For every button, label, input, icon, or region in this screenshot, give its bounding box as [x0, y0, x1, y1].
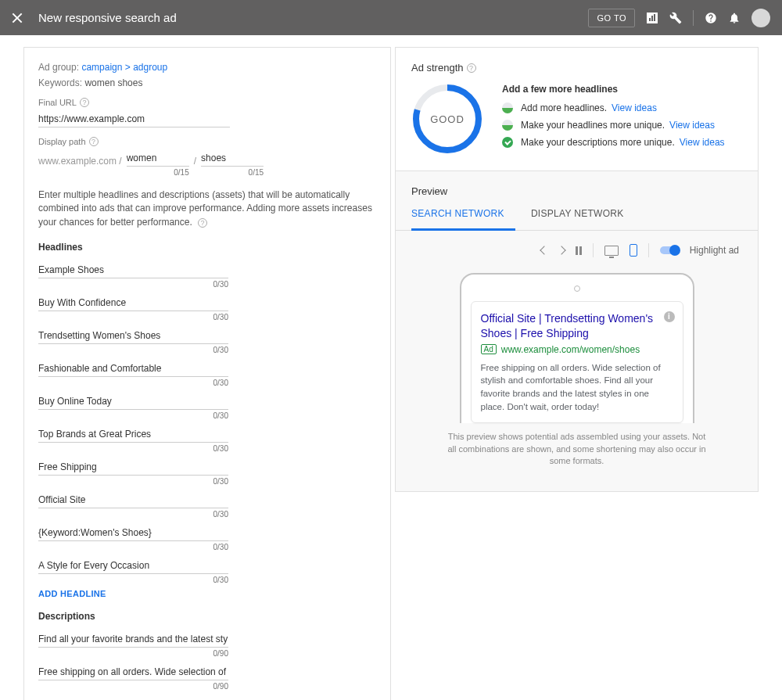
tip-text: Make your headlines more unique.	[521, 120, 665, 131]
view-ideas-link[interactable]: View ideas	[612, 102, 657, 113]
add-headline-button[interactable]: ADD HEADLINE	[38, 589, 376, 598]
phone-speaker-icon	[574, 285, 580, 292]
ad-form-card: Ad group: campaign > adgroup Keywords: w…	[23, 47, 391, 700]
description-count: 0/90	[38, 648, 228, 658]
check-circle-icon	[502, 137, 513, 148]
headline-count: 0/30	[38, 541, 228, 551]
campaign-link[interactable]: campaign	[81, 62, 122, 73]
descriptions-heading: Descriptions	[38, 611, 376, 622]
info-icon[interactable]: i	[664, 311, 675, 322]
adgroup-link[interactable]: adgroup	[133, 62, 167, 73]
topbar-separator	[693, 10, 694, 26]
preview-card: Preview SEARCH NETWORK DISPLAY NETWORK H…	[395, 171, 759, 492]
displaypath-label: Display path	[38, 137, 86, 146]
separator	[593, 243, 594, 257]
keywords-label: Keywords:	[38, 77, 82, 88]
avatar[interactable]	[752, 9, 770, 27]
view-ideas-link[interactable]: View ideas	[669, 120, 715, 131]
path2-input[interactable]	[201, 149, 264, 167]
headline-count: 0/30	[38, 344, 228, 354]
reports-icon[interactable]	[646, 12, 658, 24]
preview-title: Preview	[411, 185, 742, 197]
ad-url: www.example.com/women/shoes	[501, 344, 640, 355]
description-input[interactable]	[38, 630, 228, 648]
phone-frame: i Official Site | Trendsetting Women's S…	[460, 273, 694, 423]
tip-text: Make your descriptions more unique.	[521, 137, 675, 148]
headlines-heading: Headlines	[38, 242, 376, 253]
ad-strength-card: Ad strength ? GOOD Add a few more headli…	[395, 47, 759, 171]
path1-count: 0/15	[127, 167, 189, 178]
help-icon[interactable]: ?	[80, 98, 89, 107]
highlight-label: Highlight ad	[690, 245, 739, 256]
half-circle-icon	[502, 102, 513, 113]
svg-rect-3	[654, 14, 655, 21]
finalurl-input[interactable]	[38, 110, 230, 127]
view-ideas-link[interactable]: View ideas	[680, 137, 725, 148]
strength-gauge: GOOD	[411, 83, 483, 155]
adgroup-label: Ad group:	[38, 62, 79, 73]
headline-count: 0/30	[38, 377, 228, 387]
headline-input[interactable]	[38, 523, 228, 541]
headline-count: 0/30	[38, 574, 228, 584]
ad-strength-title: Ad strength	[411, 62, 464, 74]
ad-title: Official Site | Trendsetting Women's Sho…	[481, 311, 673, 341]
prev-icon[interactable]	[540, 246, 548, 254]
help-icon[interactable]: ?	[467, 63, 476, 73]
headline-input[interactable]	[38, 293, 228, 311]
mobile-icon[interactable]	[630, 244, 637, 257]
goto-button[interactable]: GO TO	[588, 9, 635, 27]
tip-text: Add more headlines.	[521, 102, 607, 113]
help-icon[interactable]: ?	[89, 137, 99, 146]
headline-input[interactable]	[38, 556, 228, 574]
headline-count: 0/30	[38, 278, 228, 289]
page-title: New responsive search ad	[38, 11, 177, 24]
pause-icon[interactable]	[576, 246, 582, 255]
headline-count: 0/30	[38, 508, 228, 519]
displaypath-prefix: www.example.com /	[38, 156, 122, 167]
keywords-value: women shoes	[84, 77, 142, 88]
headline-count: 0/30	[38, 443, 228, 453]
headline-count: 0/30	[38, 476, 228, 486]
help-icon[interactable]	[705, 12, 717, 24]
description-count: 0/90	[38, 680, 228, 691]
strength-rating: GOOD	[411, 83, 483, 155]
ad-preview: i Official Site | Trendsetting Women's S…	[471, 301, 683, 423]
headline-input[interactable]	[38, 260, 228, 278]
preview-note: This preview shows potential ads assembl…	[444, 431, 710, 467]
headline-count: 0/30	[38, 410, 228, 420]
tools-icon[interactable]	[669, 12, 682, 24]
tab-search-network[interactable]: SEARCH NETWORK	[411, 208, 515, 231]
path-slash: /	[194, 156, 196, 167]
close-icon[interactable]	[12, 13, 23, 23]
path1-input[interactable]	[127, 149, 189, 167]
next-icon[interactable]	[557, 246, 565, 254]
svg-rect-1	[649, 18, 651, 21]
description-input[interactable]	[38, 695, 228, 700]
tab-display-network[interactable]: DISPLAY NETWORK	[531, 208, 635, 230]
half-circle-icon	[502, 120, 513, 131]
help-icon[interactable]: ?	[198, 218, 207, 228]
headline-input[interactable]	[38, 326, 228, 344]
notifications-icon[interactable]	[728, 12, 741, 24]
finalurl-label: Final URL	[38, 98, 77, 107]
svg-rect-2	[651, 16, 653, 21]
topbar: New responsive search ad GO TO	[0, 0, 782, 35]
headline-count: 0/30	[38, 311, 228, 321]
headline-input[interactable]	[38, 392, 228, 410]
breadcrumb-separator: >	[125, 62, 131, 73]
tips-heading: Add a few more headlines	[502, 84, 725, 95]
headline-input[interactable]	[38, 458, 228, 476]
separator	[648, 243, 649, 257]
ad-badge: Ad	[481, 344, 497, 354]
headline-input[interactable]	[38, 359, 228, 377]
headline-input[interactable]	[38, 490, 228, 508]
path2-count: 0/15	[201, 167, 264, 178]
headline-input[interactable]	[38, 425, 228, 443]
ad-description: Free shipping on all orders. Wide select…	[481, 361, 673, 414]
highlight-toggle[interactable]	[660, 246, 679, 254]
description-input[interactable]	[38, 662, 228, 680]
desktop-icon[interactable]	[604, 246, 619, 256]
